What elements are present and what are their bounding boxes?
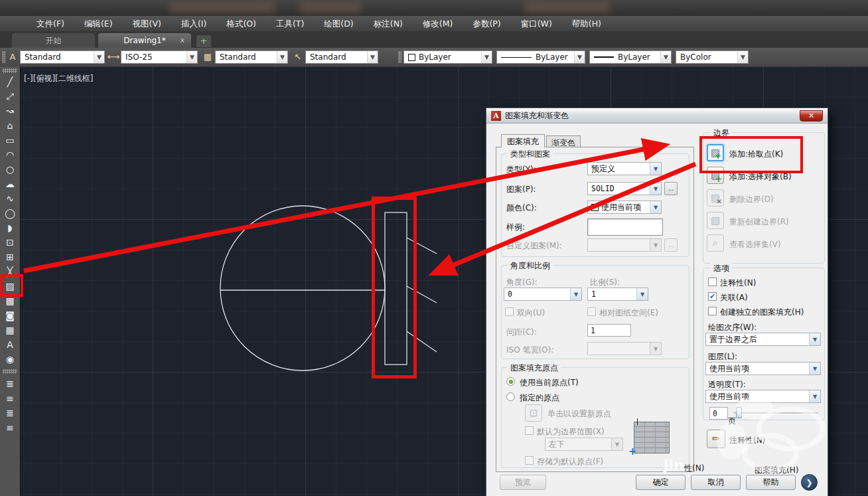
mleader-style-combo[interactable]: Standard ▼ [305,50,378,64]
construction-line-icon[interactable]: ⤢ [1,89,19,104]
tab-close-icon[interactable]: x [180,33,184,48]
toolbar-grip[interactable] [398,51,401,63]
dialog-titlebar[interactable]: A 图案填充和渐变色 [486,108,828,124]
add-selected-icon[interactable]: ◉ [1,352,19,367]
tab-gradient[interactable]: 渐变色 [546,135,581,147]
chevron-down-icon[interactable]: ▼ [636,288,648,300]
chevron-down-icon[interactable]: ▼ [660,51,671,63]
polygon-icon[interactable]: ⌂ [1,118,19,133]
toolbar-grip[interactable] [2,51,5,63]
chevron-down-icon[interactable]: ▼ [186,51,197,63]
spline-icon[interactable]: ∿ [1,191,19,206]
menu-insert[interactable]: 插入(I) [171,16,216,31]
menu-view[interactable]: 视图(V) [123,16,171,31]
menu-edit[interactable]: 编辑(E) [74,16,123,31]
ellipse-icon[interactable]: ◯ [1,206,19,220]
specified-origin-radio[interactable] [506,392,515,401]
plot-style-combo[interactable]: ByColor ▼ [676,50,749,64]
new-tab-button[interactable]: + [196,35,211,47]
chevron-down-icon[interactable]: ▼ [481,51,492,63]
region-icon[interactable]: ◙ [1,308,19,323]
chevron-down-icon[interactable]: ▼ [737,51,748,63]
chevron-down-icon[interactable]: ▼ [574,51,585,63]
toolbar-grip[interactable] [3,68,17,73]
circle-icon[interactable]: ○ [1,162,19,177]
mtext-icon[interactable]: A [1,337,19,352]
tab-drawing1[interactable]: Drawing1* x [98,33,191,48]
menu-help[interactable]: 帮助(H) [562,16,611,31]
transparency-number-input[interactable] [709,407,728,420]
chevron-down-icon[interactable]: ▼ [367,51,378,63]
chevron-down-icon[interactable]: ▼ [809,363,820,374]
layer-tool-icon-2[interactable]: ≡ [1,391,19,406]
color-combo[interactable]: ByLayer ▼ [403,50,492,64]
associative-checkbox[interactable]: ✔ [708,292,717,301]
chevron-down-icon[interactable]: ▼ [94,51,104,63]
revision-cloud-icon[interactable]: ☁ [1,177,19,191]
draw-order-combo[interactable]: 置于边界之后 ▼ [705,333,821,346]
type-combo[interactable]: 预定义 ▼ [587,162,662,175]
chevron-down-icon[interactable]: ▼ [650,201,661,213]
layer-tool-icon-3[interactable]: ≣ [1,406,19,420]
point-icon[interactable]: ╳ [1,264,19,279]
tab-hatch[interactable]: 图案填充 [501,134,545,147]
add-select-objects-label[interactable]: 添加:选择对象(B) [729,171,792,183]
make-block-icon[interactable]: ⊞ [1,250,19,264]
transparency-slider-thumb[interactable] [736,407,742,418]
dim-style-icon[interactable]: ⟷ [107,50,120,64]
menu-modify[interactable]: 修改(M) [413,16,463,31]
pattern-browse-button[interactable]: ... [664,182,678,195]
menu-file[interactable]: 文件(F) [27,16,74,31]
chevron-down-icon[interactable]: ▼ [650,183,661,195]
transparency-combo[interactable]: 使用当前项 ▼ [705,390,821,403]
gradient-icon[interactable]: ▩ [1,293,19,308]
linetype-combo[interactable]: ByLayer ▼ [496,50,585,64]
ellipse-arc-icon[interactable]: ◗ [1,220,19,235]
insert-block-icon[interactable]: ⊡ [1,235,19,250]
viewport-controls[interactable]: [-][俯视][二维线框] [24,73,93,84]
hatch-icon[interactable]: ▨ [1,279,19,293]
chevron-down-icon[interactable]: ▼ [277,51,287,63]
layer-tool-icon-1[interactable]: ≣ [1,376,19,391]
mleader-style-icon[interactable]: ↖ [291,50,305,64]
ok-button[interactable]: 确定 [636,475,686,490]
angle-combo[interactable]: 0 ▼ [504,288,582,301]
pattern-combo[interactable]: SOLID ▼ [587,182,662,195]
menu-window[interactable]: 窗口(W) [511,16,562,31]
arc-icon[interactable]: ◠ [1,147,19,162]
chevron-down-icon[interactable]: ▼ [570,288,581,300]
rectangle-icon[interactable]: ▭ [1,133,19,147]
add-pick-points-button[interactable]: ▨ + [707,144,724,161]
spacing-input[interactable] [587,324,631,337]
table-icon[interactable]: ▦ [1,323,19,337]
add-select-objects-button[interactable]: ▨ + [707,167,724,184]
menu-parametric[interactable]: 参数(P) [463,16,510,31]
dialog-close-button[interactable]: ✕ [800,110,823,122]
chevron-down-icon[interactable]: ▼ [809,390,820,402]
lineweight-combo[interactable]: ByLayer ▼ [589,50,672,64]
scale-combo[interactable]: 1 ▼ [587,288,648,301]
sample-swatch[interactable] [587,218,663,236]
dim-style-combo[interactable]: ISO-25 ▼ [121,50,198,64]
layer-combo[interactable]: 使用当前项 ▼ [705,362,821,375]
menu-format[interactable]: 格式(O) [216,16,266,31]
tab-start[interactable]: 开始 [12,33,95,48]
table-style-icon[interactable]: ▦ [201,50,214,64]
menu-draw[interactable]: 绘图(D) [314,16,363,31]
help-button[interactable]: 帮助 [746,475,796,490]
transparency-slider[interactable] [733,412,818,414]
add-pick-points-label[interactable]: 添加:拾取点(K) [729,149,783,160]
polyline-icon[interactable]: ↝ [1,104,19,118]
text-style-icon[interactable]: A [6,50,19,64]
chevron-down-icon[interactable]: ▼ [650,163,661,175]
cancel-button[interactable]: 取消 [691,475,741,490]
chevron-down-icon[interactable]: ▼ [809,333,820,345]
independent-checkbox[interactable] [708,307,717,315]
menu-tools[interactable]: 工具(T) [266,16,314,31]
text-style-combo[interactable]: Standard ▼ [20,50,105,64]
annotative-checkbox[interactable] [708,278,717,286]
table-style-combo[interactable]: Standard ▼ [215,50,288,64]
hatch-color-combo[interactable]: 使用当前项 ▼ [587,201,662,214]
more-options-button[interactable]: ❯ [801,474,818,491]
line-icon[interactable]: ╱ [1,74,19,89]
